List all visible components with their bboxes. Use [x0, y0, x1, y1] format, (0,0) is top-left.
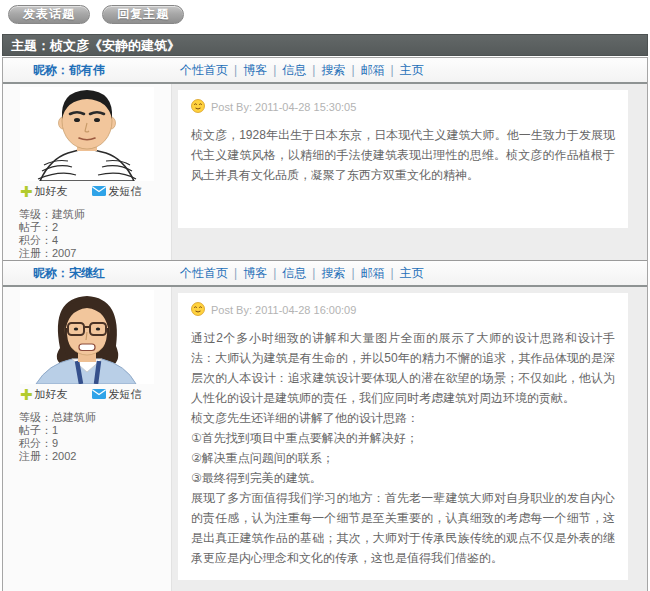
stat-points: 积分：9 — [19, 437, 171, 450]
post-1-meta: Post By: 2011-04-28 15:30:05 — [191, 99, 615, 115]
stat-level: 等级：总建筑师 — [19, 411, 171, 424]
envelope-icon — [92, 186, 106, 198]
link-mailbox[interactable]: 邮箱 — [361, 266, 385, 280]
stat-posts: 帖子：2 — [19, 221, 171, 234]
smiley-icon — [191, 302, 205, 318]
link-profile-home[interactable]: 个性首页 — [180, 266, 228, 280]
toolbar: 发表话题 回复主题 — [0, 0, 650, 34]
post-2-sidebar: ✚ 加好友 发短信 等级：总建筑师 帖子：1 积分：9 注册：2002 — [3, 287, 172, 591]
stat-points: 积分：4 — [19, 234, 171, 247]
link-blog[interactable]: 博客 — [243, 63, 267, 77]
post-2-header: 昵称：宋继红 个性首页|博客|信息|搜索|邮箱|主页 — [3, 261, 647, 287]
link-separator: | — [234, 266, 237, 280]
post-2-nickname: 昵称：宋继红 — [3, 265, 172, 282]
post-2-timestamp: Post By: 2011-04-28 16:00:09 — [211, 304, 356, 316]
stat-registered: 注册：2002 — [19, 450, 171, 463]
link-blog[interactable]: 博客 — [243, 266, 267, 280]
link-separator: | — [391, 63, 394, 77]
envelope-icon — [92, 389, 106, 401]
post-2-stats: 等级：总建筑师 帖子：1 积分：9 注册：2002 — [19, 411, 171, 463]
avatar-female-illustration[interactable] — [20, 290, 154, 384]
post-2: 昵称：宋继红 个性首页|博客|信息|搜索|邮箱|主页 — [3, 260, 647, 591]
post-2-text: 通过2个多小时细致的讲解和大量图片全面的展示了大师的设计思路和设计手法：大师认为… — [191, 328, 615, 568]
link-info[interactable]: 信息 — [282, 266, 306, 280]
link-search[interactable]: 搜索 — [321, 266, 345, 280]
post-1-timestamp: Post By: 2011-04-28 15:30:05 — [211, 101, 356, 113]
add-friend-label: 加好友 — [35, 184, 68, 199]
link-separator: | — [391, 266, 394, 280]
thread-container: 昵称：郁有伟 个性首页|博客|信息|搜索|邮箱|主页 — [2, 57, 648, 591]
post-1-profile-links: 个性首页|博客|信息|搜索|邮箱|主页 — [172, 62, 424, 79]
post-topic-button[interactable]: 发表话题 — [8, 5, 90, 24]
avatar-male-illustration[interactable] — [20, 87, 154, 181]
post-2-profile-links: 个性首页|博客|信息|搜索|邮箱|主页 — [172, 265, 424, 282]
post-1-friend-actions: ✚ 加好友 发短信 — [20, 184, 171, 199]
add-friend-label: 加好友 — [35, 387, 68, 402]
add-friend-button[interactable]: ✚ 加好友 — [20, 184, 68, 199]
link-search[interactable]: 搜索 — [321, 63, 345, 77]
post-1: 昵称：郁有伟 个性首页|博客|信息|搜索|邮箱|主页 — [3, 58, 647, 260]
stat-registered: 注册：2007 — [19, 247, 171, 260]
link-separator: | — [234, 63, 237, 77]
link-profile-home[interactable]: 个性首页 — [180, 63, 228, 77]
post-2-card: Post By: 2011-04-28 16:00:09 通过2个多小时细致的讲… — [178, 293, 628, 580]
reply-topic-button[interactable]: 回复主题 — [102, 5, 184, 24]
topic-title-bar: 主题：桢文彦《安静的建筑》 — [2, 34, 648, 56]
add-friend-button[interactable]: ✚ 加好友 — [20, 387, 68, 402]
link-separator: | — [312, 266, 315, 280]
link-mailbox[interactable]: 邮箱 — [361, 63, 385, 77]
post-1-body: ✚ 加好友 发短信 等级：建筑师 帖子：2 积分：4 注册：2007 — [3, 84, 647, 260]
stat-posts: 帖子：1 — [19, 424, 171, 437]
stat-level: 等级：建筑师 — [19, 208, 171, 221]
send-message-button[interactable]: 发短信 — [92, 184, 142, 199]
link-info[interactable]: 信息 — [282, 63, 306, 77]
link-separator: | — [351, 63, 354, 77]
plus-icon: ✚ — [20, 186, 33, 197]
topic-title: 主题：桢文彦《安静的建筑》 — [11, 38, 180, 53]
link-separator: | — [312, 63, 315, 77]
post-1-text: 桢文彦，1928年出生于日本东京，日本现代主义建筑大师。他一生致力于发展现代主义… — [191, 125, 615, 185]
send-message-button[interactable]: 发短信 — [92, 387, 142, 402]
plus-icon: ✚ — [20, 389, 33, 400]
post-1-card: Post By: 2011-04-28 15:30:05 桢文彦，1928年出生… — [178, 90, 628, 228]
post-2-meta: Post By: 2011-04-28 16:00:09 — [191, 302, 615, 318]
link-separator: | — [351, 266, 354, 280]
link-homepage[interactable]: 主页 — [400, 266, 424, 280]
link-homepage[interactable]: 主页 — [400, 63, 424, 77]
post-2-content-area: Post By: 2011-04-28 16:00:09 通过2个多小时细致的讲… — [172, 287, 647, 591]
smiley-icon — [191, 99, 205, 115]
post-1-header: 昵称：郁有伟 个性首页|博客|信息|搜索|邮箱|主页 — [3, 58, 647, 84]
post-1-sidebar: ✚ 加好友 发短信 等级：建筑师 帖子：2 积分：4 注册：2007 — [3, 84, 172, 260]
send-message-label: 发短信 — [109, 184, 142, 199]
link-separator: | — [273, 266, 276, 280]
send-message-label: 发短信 — [109, 387, 142, 402]
link-separator: | — [273, 63, 276, 77]
post-1-stats: 等级：建筑师 帖子：2 积分：4 注册：2007 — [19, 208, 171, 260]
post-1-nickname: 昵称：郁有伟 — [3, 62, 172, 79]
post-2-friend-actions: ✚ 加好友 发短信 — [20, 387, 171, 402]
post-1-content-area: Post By: 2011-04-28 15:30:05 桢文彦，1928年出生… — [172, 84, 647, 260]
post-2-body: ✚ 加好友 发短信 等级：总建筑师 帖子：1 积分：9 注册：2002 — [3, 287, 647, 591]
